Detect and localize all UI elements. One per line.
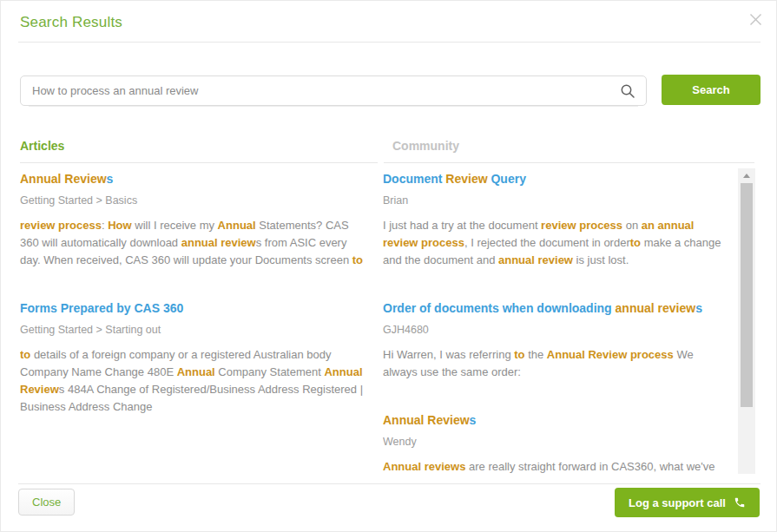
close-icon[interactable] bbox=[747, 11, 763, 27]
community-snippet: Annual reviews are really straight forwa… bbox=[383, 458, 730, 474]
tab-articles[interactable]: Articles bbox=[20, 139, 64, 153]
footer-divider bbox=[18, 483, 761, 484]
community-title-link[interactable]: Order of documents when downloading annu… bbox=[383, 300, 730, 316]
community-author: Wendy bbox=[383, 435, 730, 449]
search-input[interactable] bbox=[21, 76, 646, 105]
community-snippet: I just had a try at the document review … bbox=[383, 217, 730, 269]
search-results-modal: Search Results Search Articles Community… bbox=[0, 0, 777, 532]
log-support-call-button[interactable]: Log a support call bbox=[615, 488, 760, 517]
articles-list: Annual Reviews Getting Started > Basics … bbox=[20, 168, 369, 474]
search-icon bbox=[620, 83, 635, 102]
article-breadcrumb: Getting Started > Starting out bbox=[20, 323, 369, 337]
community-author: Brian bbox=[383, 194, 730, 207]
search-button[interactable]: Search bbox=[662, 75, 761, 105]
community-item: Order of documents when downloading annu… bbox=[383, 300, 730, 381]
article-item: Annual Reviews Getting Started > Basics … bbox=[20, 171, 369, 269]
scroll-up-arrow-icon[interactable] bbox=[743, 174, 750, 178]
community-author: GJH4680 bbox=[383, 323, 730, 337]
scrollbar-thumb[interactable] bbox=[741, 183, 753, 407]
community-scrollbar[interactable] bbox=[738, 168, 755, 474]
title-divider bbox=[18, 42, 761, 43]
article-snippet: to details of a foreign company or a reg… bbox=[20, 346, 369, 416]
close-button[interactable]: Close bbox=[18, 489, 75, 516]
community-snippet: Hi Warren, I was referring to the Annual… bbox=[383, 346, 730, 381]
community-title-link[interactable]: Annual Reviews bbox=[383, 412, 730, 428]
search-input-wrap bbox=[20, 76, 647, 106]
community-divider bbox=[384, 162, 754, 163]
community-list: Document Review Query Brian I just had a… bbox=[383, 168, 730, 474]
article-snippet: review process: How will I receive my An… bbox=[20, 217, 369, 269]
community-item: Annual Reviews Wendy Annual reviews are … bbox=[383, 412, 730, 474]
tab-community[interactable]: Community bbox=[392, 139, 459, 153]
article-title-link[interactable]: Annual Reviews bbox=[20, 171, 369, 187]
article-title-link[interactable]: Forms Prepared by CAS 360 bbox=[20, 300, 369, 316]
article-item: Forms Prepared by CAS 360 Getting Starte… bbox=[20, 300, 369, 416]
phone-icon bbox=[734, 496, 746, 509]
support-button-label: Log a support call bbox=[629, 496, 726, 509]
community-title-link[interactable]: Document Review Query bbox=[383, 171, 730, 187]
article-breadcrumb: Getting Started > Basics bbox=[20, 194, 369, 207]
community-item: Document Review Query Brian I just had a… bbox=[383, 171, 730, 269]
articles-divider bbox=[20, 162, 378, 163]
page-title: Search Results bbox=[20, 14, 122, 31]
